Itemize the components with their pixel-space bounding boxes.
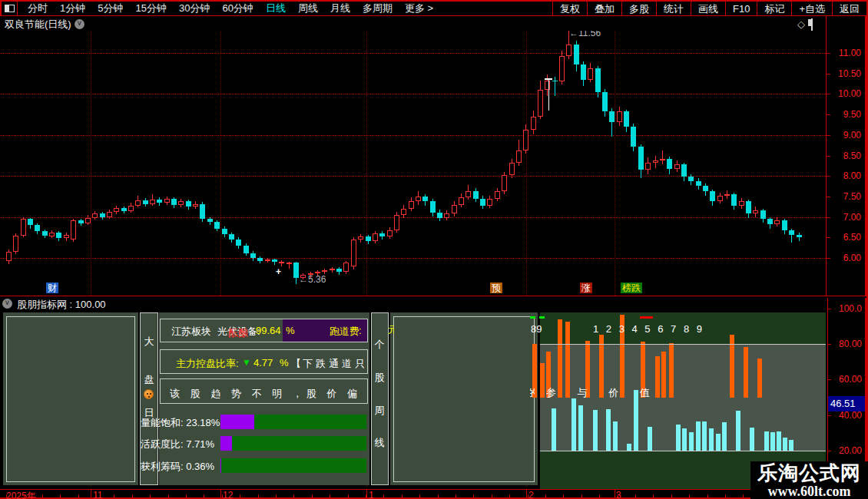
candle bbox=[293, 263, 299, 277]
chevron-down-icon[interactable]: ˅ bbox=[75, 19, 84, 29]
toolbar-button-画线[interactable]: 画线 bbox=[691, 2, 725, 15]
toolbar-button-F10[interactable]: F10 bbox=[725, 2, 757, 15]
period-tab-60分钟[interactable]: 60分钟 bbox=[216, 2, 259, 15]
cyan-bar bbox=[613, 421, 618, 451]
period-tab-多周期[interactable]: 多周期 bbox=[356, 2, 399, 15]
candle bbox=[631, 127, 636, 147]
candle bbox=[114, 208, 119, 212]
candle bbox=[222, 229, 227, 234]
chart-tag-涨[interactable]: 涨 bbox=[580, 283, 592, 293]
candle bbox=[150, 200, 155, 203]
overlay-red-text: 酝酿 bbox=[228, 326, 248, 340]
candle bbox=[767, 219, 773, 224]
progress-label: 量能饱和: 23.18% bbox=[141, 416, 220, 430]
chevron-down-icon[interactable]: ˅ bbox=[2, 299, 12, 309]
cyan-bar bbox=[750, 428, 754, 451]
toolbar-button-多股[interactable]: 多股 bbox=[621, 2, 656, 15]
period-tab-30分钟[interactable]: 30分钟 bbox=[173, 2, 216, 15]
note-bracket: 【 bbox=[291, 357, 301, 371]
price-tick-label: 8.00 bbox=[843, 170, 861, 181]
period-tab-更多 >[interactable]: 更多 > bbox=[399, 2, 439, 15]
axis-tick bbox=[204, 494, 204, 497]
cyan-bar bbox=[777, 431, 781, 451]
period-tabs: 分时1分钟5分钟15分钟30分钟60分钟日线周线月线多周期更多 > bbox=[18, 2, 439, 15]
period-tab-1分钟[interactable]: 1分钟 bbox=[54, 2, 91, 15]
toolbar-button-+自选[interactable]: +自选 bbox=[791, 2, 832, 15]
chart-tag-榜跌[interactable]: 榜跌 bbox=[621, 283, 642, 293]
candle bbox=[444, 213, 449, 217]
axis-tick bbox=[6, 494, 7, 497]
period-tab-15分钟[interactable]: 15分钟 bbox=[129, 2, 172, 15]
toolbar-button-叠加[interactable]: 叠加 bbox=[587, 2, 621, 15]
indicator-tick bbox=[828, 451, 831, 451]
candle bbox=[495, 191, 500, 199]
candle bbox=[430, 201, 436, 213]
period-tab-5分钟[interactable]: 5分钟 bbox=[91, 2, 129, 15]
advice-text: 该 股 趋 势 不 明 ，股 价 偏 弱 该 腾 bbox=[170, 387, 368, 401]
candle bbox=[502, 175, 507, 191]
window-menu-button[interactable] bbox=[0, 2, 18, 15]
control-ratio-pct: % bbox=[280, 357, 289, 368]
price-tick bbox=[827, 217, 830, 218]
orange-bar bbox=[540, 363, 545, 397]
period-tab-月线[interactable]: 月线 bbox=[324, 2, 356, 15]
down-arrow-icon: ▼ bbox=[242, 357, 251, 368]
candle bbox=[100, 213, 105, 216]
white-t-marker-stem bbox=[548, 78, 549, 111]
chart-tag-预[interactable]: 预 bbox=[490, 283, 502, 293]
candle bbox=[21, 219, 26, 235]
gridline-20 bbox=[540, 451, 826, 451]
axis-label-12: 12 bbox=[223, 490, 233, 499]
candle bbox=[64, 235, 69, 238]
indicator-tick-label: 20.00 bbox=[839, 445, 862, 456]
candle bbox=[85, 218, 91, 223]
candle bbox=[653, 160, 658, 163]
price-tick-label: 6.50 bbox=[843, 232, 861, 243]
indicator-tick-label: 80.00 bbox=[839, 339, 862, 349]
number-sequence: 1 2 3 4 5 6 7 8 9 bbox=[593, 323, 704, 335]
candle bbox=[387, 230, 393, 237]
red-dash-icon bbox=[640, 316, 653, 319]
toolbar-button-统计[interactable]: 统计 bbox=[656, 2, 691, 15]
candle bbox=[545, 81, 550, 90]
period-tab-周线[interactable]: 周线 bbox=[292, 2, 324, 15]
candle bbox=[645, 163, 651, 170]
panel-separator bbox=[0, 296, 868, 296]
toolbar-button-复权[interactable]: 复权 bbox=[552, 2, 587, 15]
diamond-icon[interactable]: ◇ bbox=[797, 18, 805, 30]
period-tab-日线[interactable]: 日线 bbox=[260, 2, 292, 15]
window-icon bbox=[5, 5, 15, 12]
gridline-80 bbox=[540, 344, 826, 345]
axis-tick bbox=[383, 494, 384, 497]
candle bbox=[78, 220, 84, 223]
price-tick-label: 10.50 bbox=[838, 68, 861, 79]
toolbar-button-标记[interactable]: 标记 bbox=[757, 2, 791, 15]
price-axis: 11.0010.5010.009.509.008.508.007.507.006… bbox=[826, 16, 866, 296]
axis-tick bbox=[42, 494, 43, 497]
axis-tick bbox=[330, 494, 330, 497]
participation-label: 参 与 价 值 bbox=[546, 386, 659, 400]
axis-tick bbox=[545, 494, 546, 497]
axis-tick bbox=[168, 494, 169, 497]
candle bbox=[394, 215, 399, 230]
price-tick-label: 10.00 bbox=[838, 88, 861, 99]
candle bbox=[336, 269, 342, 272]
toolbar-button-返回[interactable]: 返回 bbox=[832, 2, 866, 15]
indicator-tick bbox=[828, 415, 831, 416]
watermark-url: www.60lt.com bbox=[750, 484, 868, 498]
candle bbox=[128, 206, 134, 211]
price-gridline bbox=[0, 94, 826, 94]
candle bbox=[437, 213, 442, 217]
candle bbox=[760, 210, 766, 219]
candle bbox=[531, 117, 536, 131]
price-gridline bbox=[0, 135, 826, 136]
candle bbox=[459, 197, 464, 205]
main-candlestick-chart[interactable]: ←11.56←5.36+财预涨榜跌 bbox=[0, 31, 826, 296]
clipped-char: 的 bbox=[530, 386, 535, 400]
price-tick-label: 9.50 bbox=[843, 109, 861, 120]
candle bbox=[56, 233, 61, 238]
chart-tag-财[interactable]: 财 bbox=[46, 283, 58, 293]
period-tab-分时[interactable]: 分时 bbox=[22, 2, 54, 15]
axis-tick bbox=[599, 494, 600, 497]
cyan-bar bbox=[764, 431, 769, 451]
